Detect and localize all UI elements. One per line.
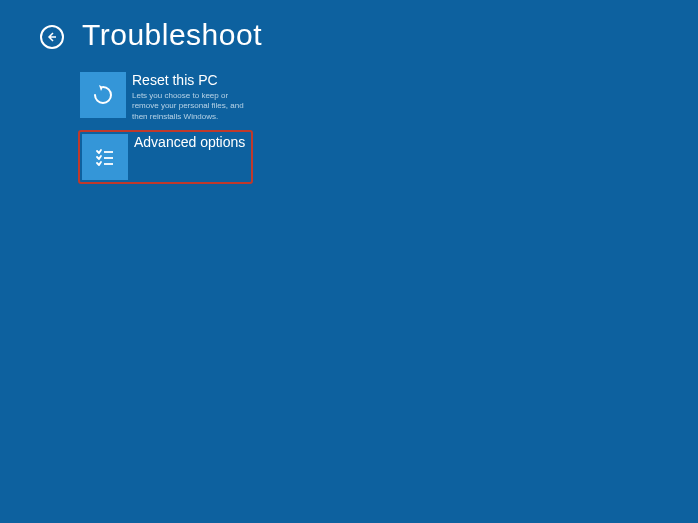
option-title: Advanced options — [134, 134, 245, 151]
reset-icon — [80, 72, 126, 118]
back-button[interactable] — [40, 25, 64, 49]
list-icon — [82, 134, 128, 180]
page-title: Troubleshoot — [82, 18, 262, 52]
option-description: Lets you choose to keep or remove your p… — [132, 91, 251, 122]
options-list: Reset this PC Lets you choose to keep or… — [0, 52, 698, 184]
back-arrow-icon — [46, 31, 58, 43]
option-advanced-options[interactable]: Advanced options — [78, 130, 253, 184]
header: Troubleshoot — [0, 0, 698, 52]
option-title: Reset this PC — [132, 72, 251, 89]
option-text: Reset this PC Lets you choose to keep or… — [132, 72, 251, 122]
option-text: Advanced options — [134, 134, 245, 153]
option-reset-pc[interactable]: Reset this PC Lets you choose to keep or… — [78, 70, 253, 124]
